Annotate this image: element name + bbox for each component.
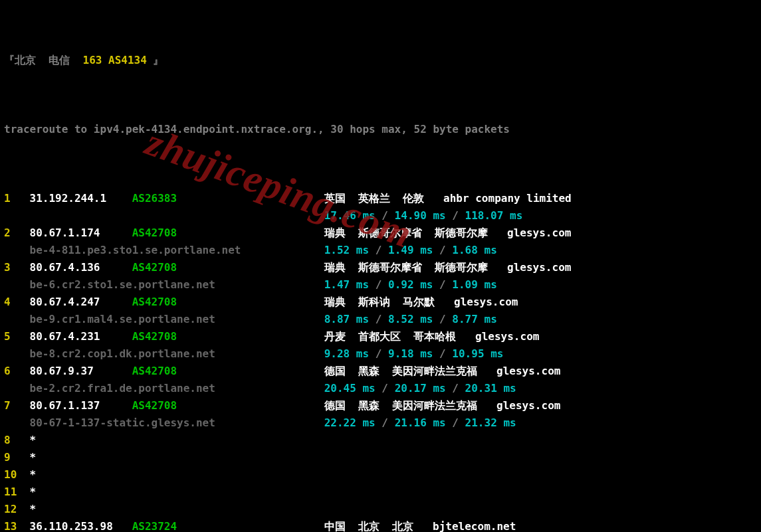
hop-ip: 80.67.4.247 xyxy=(30,296,132,308)
hop-ip: * xyxy=(30,451,132,464)
hop-ip: * xyxy=(30,486,132,498)
hop-hostname: be-6.cr2.sto1.se.portlane.net xyxy=(30,278,215,291)
traceroute-command-line: traceroute to ipv4.pek-4134.endpoint.nxt… xyxy=(4,121,757,138)
spacer xyxy=(196,226,324,239)
hop-asn: AS42708 xyxy=(132,365,196,377)
hop-number: 1 xyxy=(4,192,30,205)
hop-number: 7 xyxy=(4,399,30,412)
hop-latency: 10.95 ms xyxy=(452,347,503,360)
latency-sep: / xyxy=(433,244,452,256)
hop-detail-row: 80-67-1-137-static.glesys.net 22.22 ms /… xyxy=(4,414,757,432)
spacer xyxy=(196,520,324,532)
spacer xyxy=(4,347,30,360)
hop-number: 5 xyxy=(4,330,30,343)
spacer xyxy=(241,244,324,256)
hop-asn: AS42708 xyxy=(132,296,196,308)
hop-number: 8 xyxy=(4,434,30,446)
spacer xyxy=(215,416,324,429)
header-route-id: 163 AS4134 xyxy=(83,54,147,66)
hop-ip: * xyxy=(30,503,132,515)
hop-latency: 9.28 ms xyxy=(324,347,369,360)
hop-row: 5 80.67.4.231 AS42708 丹麦 首都大区 哥本哈根 glesy… xyxy=(4,328,757,345)
latency-sep: / xyxy=(376,416,395,429)
hop-latency: 21.32 ms xyxy=(465,416,516,429)
hop-location: 瑞典 斯德哥尔摩省 斯德哥尔摩 glesys.com xyxy=(324,226,572,239)
hop-row: 11 * xyxy=(4,484,757,501)
hop-latency: 1.68 ms xyxy=(452,244,496,256)
latency-sep: / xyxy=(446,416,465,429)
header-suffix: 』 xyxy=(147,54,164,66)
hop-detail-row: be-2.cr2.fra1.de.portlane.net 20.45 ms /… xyxy=(4,380,757,397)
hop-asn: AS42708 xyxy=(132,226,196,239)
hop-number: 9 xyxy=(4,451,30,464)
hop-latency: 0.92 ms xyxy=(388,278,433,291)
hop-detail-row: be-4-811.pe3.sto1.se.portlane.net 1.52 m… xyxy=(4,242,757,259)
hop-number: 12 xyxy=(4,503,30,515)
hop-row: 4 80.67.4.247 AS42708 瑞典 斯科讷 马尔默 glesys.… xyxy=(4,294,757,311)
hop-latency: 20.17 ms xyxy=(395,382,446,395)
hop-asn: AS42708 xyxy=(132,261,196,274)
spacer xyxy=(196,261,324,274)
latency-sep: / xyxy=(433,313,452,325)
hop-row: 3 80.67.4.136 AS42708 瑞典 斯德哥尔摩省 斯德哥尔摩 gl… xyxy=(4,259,757,276)
spacer xyxy=(196,399,324,412)
hop-latency: 20.31 ms xyxy=(465,382,516,395)
hop-latency: 20.45 ms xyxy=(324,382,376,395)
hop-hostname: be-8.cr2.cop1.dk.portlane.net xyxy=(30,347,215,360)
hop-location: 德国 黑森 美因河畔法兰克福 glesys.com xyxy=(324,399,561,412)
hop-ip: 36.110.253.98 xyxy=(30,520,132,532)
latency-sep: / xyxy=(369,244,388,256)
hop-ip: 80.67.1.174 xyxy=(30,226,132,239)
latency-sep: / xyxy=(369,278,388,291)
hop-ip: 80.67.4.136 xyxy=(30,261,132,274)
latency-sep: / xyxy=(433,347,452,360)
hop-latency: 14.90 ms xyxy=(395,209,446,222)
hop-number: 2 xyxy=(4,226,30,239)
hop-location: 德国 黑森 美因河畔法兰克福 glesys.com xyxy=(324,365,561,377)
hop-asn: AS23724 xyxy=(132,520,196,532)
hop-latency: 21.16 ms xyxy=(395,416,446,429)
spacer xyxy=(4,382,30,395)
hop-row: 9 * xyxy=(4,449,757,466)
hop-ip: * xyxy=(30,434,132,446)
hop-latency: 17.46 ms xyxy=(324,209,376,222)
hop-location: 英国 英格兰 伦敦 ahbr company limited xyxy=(324,192,572,205)
hop-hostname: be-2.cr2.fra1.de.portlane.net xyxy=(30,382,215,395)
hop-latency: 1.49 ms xyxy=(388,244,433,256)
hop-latency: 1.47 ms xyxy=(324,278,369,291)
hop-number: 3 xyxy=(4,261,30,274)
terminal-output: 『北京 电信 163 AS4134 』 traceroute to ipv4.p… xyxy=(0,0,761,532)
hop-latency: 118.07 ms xyxy=(465,209,523,222)
hop-asn: AS42708 xyxy=(132,330,196,343)
hop-row: 13 36.110.253.98 AS23724 中国 北京 北京 bjtele… xyxy=(4,518,757,532)
hop-latency: 1.09 ms xyxy=(452,278,496,291)
hop-latency: 9.18 ms xyxy=(388,347,433,360)
spacer xyxy=(215,382,324,395)
hop-ip: 80.67.9.37 xyxy=(30,365,132,377)
hop-detail-row: be-8.cr2.cop1.dk.portlane.net 9.28 ms / … xyxy=(4,345,757,363)
hop-detail-row: 17.46 ms / 14.90 ms / 118.07 ms xyxy=(4,207,757,224)
hop-latency: 1.52 ms xyxy=(324,244,369,256)
hop-latency: 8.77 ms xyxy=(452,313,496,325)
hop-location: 中国 北京 北京 bjtelecom.net xyxy=(324,520,516,532)
hop-row: 10 * xyxy=(4,466,757,484)
spacer xyxy=(4,313,30,325)
hop-location: 丹麦 首都大区 哥本哈根 glesys.com xyxy=(324,330,540,343)
hop-row: 12 * xyxy=(4,501,757,518)
latency-sep: / xyxy=(369,313,388,325)
spacer xyxy=(196,296,324,308)
hop-ip: 80.67.4.231 xyxy=(30,330,132,343)
hop-ip: 80.67.1.137 xyxy=(30,399,132,412)
hop-location: 瑞典 斯德哥尔摩省 斯德哥尔摩 glesys.com xyxy=(324,261,572,274)
hop-ip: 31.192.244.1 xyxy=(30,192,132,205)
spacer xyxy=(4,244,30,256)
hop-ip: * xyxy=(30,468,132,481)
hop-hostname: be-4-811.pe3.sto1.se.portlane.net xyxy=(30,244,241,256)
hop-hostname: be-9.cr1.mal4.se.portlane.net xyxy=(30,313,215,325)
spacer xyxy=(4,416,30,429)
header-line-1: 『北京 电信 163 AS4134 』 xyxy=(4,52,757,69)
spacer xyxy=(4,278,30,291)
hop-latency: 22.22 ms xyxy=(324,416,376,429)
latency-sep: / xyxy=(376,209,395,222)
spacer xyxy=(196,192,324,205)
